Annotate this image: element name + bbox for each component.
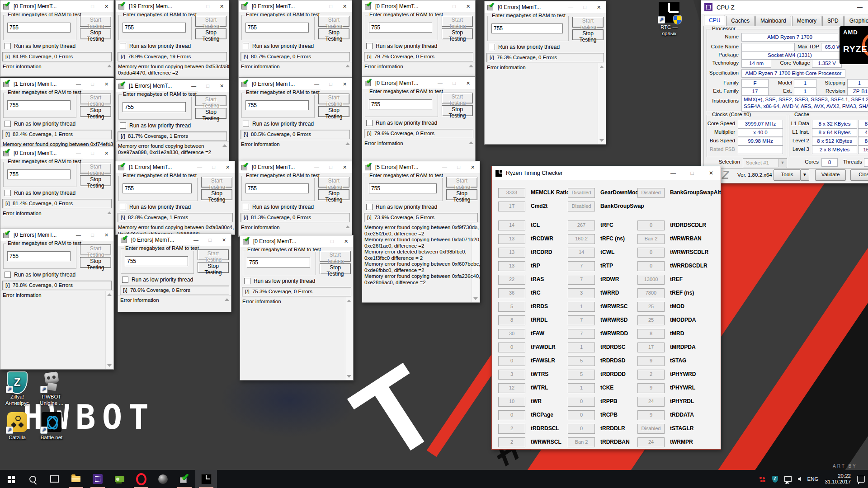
memtest-titlebar[interactable]: ✔ [0 Errors] MemT... — □ ✕	[0, 147, 113, 159]
maximize-button[interactable]: □	[325, 235, 339, 247]
ram-amount-input[interactable]	[245, 100, 309, 110]
start-testing-button[interactable]: Start Testing	[201, 177, 232, 188]
taskbar-opera-icon[interactable]	[130, 470, 152, 488]
low-priority-checkbox[interactable]	[366, 204, 373, 210]
network-icon[interactable]	[784, 476, 792, 482]
low-priority-checkbox-row[interactable]: Run as low priority thread	[5, 272, 75, 278]
minimize-button[interactable]: —	[71, 0, 85, 12]
memtest-titlebar[interactable]: ✔ [0 Errors] MemT... — □ ✕	[239, 78, 352, 90]
low-priority-checkbox-row[interactable]: Run as low priority thread	[120, 204, 191, 210]
tab-spd[interactable]: SPD	[822, 16, 844, 26]
low-priority-checkbox[interactable]	[243, 121, 249, 127]
scroll-up-icon[interactable]	[107, 211, 112, 214]
maximize-button[interactable]: □	[324, 78, 338, 90]
close-button[interactable]: ✕	[99, 229, 113, 241]
low-priority-checkbox-row[interactable]: Run as low priority thread	[366, 43, 437, 49]
memtest-titlebar[interactable]: ✔ [1 Errors] MemT... — □ ✕	[116, 80, 229, 92]
close-button[interactable]: ✕	[221, 161, 235, 173]
close-button[interactable]: ✕	[338, 161, 352, 173]
memtest-titlebar[interactable]: ✔ [0 Errors] MemT... — □ ✕	[0, 0, 113, 12]
minimize-button[interactable]: —	[433, 77, 447, 89]
scroll-up-icon[interactable]	[222, 65, 227, 67]
close-button[interactable]: ✕	[338, 78, 352, 90]
start-testing-button[interactable]: Start Testing	[442, 93, 473, 103]
memtest-titlebar[interactable]: ✔ [19 Errors] Mem... — □ ✕	[116, 0, 229, 12]
start-testing-button[interactable]: Start Testing	[318, 16, 349, 27]
memtest-titlebar[interactable]: ✔ [0 Errors] MemT... — □ ✕	[362, 77, 475, 89]
low-priority-checkbox[interactable]	[5, 121, 11, 127]
scroll-up-icon[interactable]	[469, 141, 473, 144]
stop-testing-button[interactable]: Stop Testing	[318, 106, 349, 117]
desktop-icon-catzilla[interactable]: ↗ Catzilla	[0, 412, 36, 441]
tab-mainboard[interactable]: Mainboard	[755, 16, 791, 26]
selection-dropdown[interactable]: Socket #1▼	[743, 158, 787, 168]
start-testing-button[interactable]: Start Testing	[195, 95, 226, 106]
close-button[interactable]: ✕	[466, 161, 480, 173]
minimize-button[interactable]: —	[310, 161, 324, 173]
scroll-up-icon[interactable]	[599, 66, 604, 68]
scroll-up-icon[interactable]	[107, 65, 112, 67]
low-priority-checkbox[interactable]	[120, 204, 126, 210]
minimize-button[interactable]: —	[71, 147, 85, 159]
maximize-button[interactable]: □	[203, 234, 217, 246]
low-priority-checkbox[interactable]	[5, 43, 11, 49]
low-priority-checkbox-row[interactable]: Run as low priority thread	[366, 120, 437, 126]
taskbar-start-icon[interactable]	[0, 470, 22, 488]
minimize-button[interactable]: —	[310, 78, 324, 90]
tab-caches[interactable]: Caches	[726, 16, 755, 26]
start-testing-button[interactable]: Start Testing	[195, 16, 226, 27]
minimize-button[interactable]: —	[71, 78, 85, 90]
scroll-down-icon[interactable]	[347, 375, 351, 378]
minimize-button[interactable]: —	[193, 161, 207, 173]
start-testing-button[interactable]: Start Testing	[446, 177, 477, 188]
stop-testing-button[interactable]: Stop Testing	[572, 29, 604, 40]
minimize-button[interactable]: —	[310, 0, 324, 12]
minimize-button[interactable]: —	[187, 0, 201, 12]
ram-amount-input[interactable]	[369, 183, 437, 193]
rtc-titlebar[interactable]: Ryzen Timing Checker — □ ✕	[492, 166, 721, 180]
maximize-button[interactable]: □	[207, 161, 221, 173]
start-testing-button[interactable]: Start Testing	[318, 177, 349, 188]
scroll-up-icon[interactable]	[347, 300, 351, 302]
low-priority-checkbox-row[interactable]: Run as low priority thread	[5, 190, 75, 196]
maximize-button[interactable]: □	[578, 1, 592, 13]
desktop-icon-zillya[interactable]: Z ↗ Zillya! Антивірус	[0, 371, 36, 406]
desktop-icon-battlenet[interactable]: ↗ Battle.net	[33, 412, 71, 441]
low-priority-checkbox[interactable]	[243, 43, 249, 49]
ram-amount-input[interactable]	[491, 23, 563, 33]
low-priority-checkbox-row[interactable]: Run as low priority thread	[366, 204, 437, 210]
maximize-button[interactable]: □	[683, 166, 702, 180]
stop-testing-button[interactable]: Stop Testing	[446, 189, 477, 200]
minimize-button[interactable]: —	[564, 1, 578, 13]
taskbar-rtc-icon[interactable]	[195, 470, 217, 488]
close-button[interactable]: ✕	[592, 1, 606, 13]
taskbar-memtest-icon[interactable]: ✔	[174, 470, 195, 488]
low-priority-checkbox-row[interactable]: Run as low priority thread	[243, 204, 314, 210]
tab-memory[interactable]: Memory	[792, 16, 821, 26]
low-priority-checkbox-row[interactable]: Run as low priority thread	[244, 278, 315, 284]
taskbar-search-icon[interactable]	[22, 470, 43, 488]
stop-testing-button[interactable]: Stop Testing	[318, 189, 349, 200]
low-priority-checkbox-row[interactable]: Run as low priority thread	[243, 43, 314, 49]
cpuz-titlebar[interactable]: CPU-Z — □	[701, 0, 868, 14]
maximize-button[interactable]: □	[324, 0, 338, 12]
tab-graphics[interactable]: Graphics	[844, 16, 868, 26]
stop-testing-button[interactable]: Stop Testing	[198, 262, 229, 273]
maximize-button[interactable]: □	[447, 0, 461, 12]
scroll-up-icon[interactable]	[345, 142, 350, 145]
scroll-up-icon[interactable]	[345, 225, 350, 228]
memtest-titlebar[interactable]: ✔ [0 Errors] MemT... — □ ✕	[362, 0, 475, 12]
low-priority-checkbox[interactable]	[5, 190, 11, 196]
stop-testing-button[interactable]: Stop Testing	[80, 175, 111, 186]
start-testing-button[interactable]: Start Testing	[80, 163, 111, 174]
minimize-button[interactable]: —	[311, 235, 325, 247]
stop-testing-button[interactable]: Stop Testing	[442, 28, 473, 39]
minimize-button[interactable]: —	[438, 161, 452, 173]
close-button[interactable]: ✕	[99, 147, 113, 159]
scroll-down-icon[interactable]	[473, 297, 478, 300]
scroll-up-icon[interactable]	[228, 225, 233, 228]
volume-icon[interactable]	[798, 477, 801, 481]
low-priority-checkbox[interactable]	[122, 277, 128, 283]
low-priority-checkbox[interactable]	[243, 204, 249, 210]
stop-testing-button[interactable]: Stop Testing	[442, 105, 473, 116]
